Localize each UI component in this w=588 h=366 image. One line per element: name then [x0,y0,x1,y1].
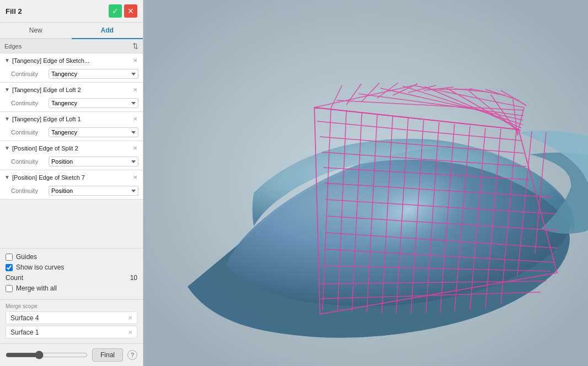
continuity-select-4[interactable]: Position Tangency Curvature [49,157,138,166]
options-section: Guides Show iso curves Count 10 Merge wi… [0,248,143,299]
show-iso-label[interactable]: Show iso curves [16,263,64,271]
sort-icon[interactable]: ⇅ [132,42,138,50]
edge-label-3: [Tangency] Edge of Loft 1 [12,116,130,122]
merge-scope-label: Merge scope [6,303,137,309]
guides-label[interactable]: Guides [16,253,37,261]
edge-close-4[interactable]: × [132,144,138,152]
continuity-label-4: Continuity [11,158,45,165]
continuity-label-2: Continuity [11,100,45,106]
continuity-select-5[interactable]: Position Tangency Curvature [49,186,138,196]
edge-item-5: ▼ [Position] Edge of Sketch 7 × Continui… [0,170,143,200]
edge-continuity-row-5: Continuity Position Tangency Curvature [0,184,143,199]
edge-continuity-row-2: Continuity Tangency Position Curvature [0,96,143,111]
panel-title: Fill 2 [6,7,22,15]
cancel-button[interactable]: ✕ [124,4,137,18]
merge-with-all-row: Merge with all [6,284,137,292]
tab-add[interactable]: Add [72,23,143,39]
edge-close-5[interactable]: × [132,173,138,181]
edges-section-header: Edges ⇅ [0,39,143,53]
count-value: 10 [130,274,137,282]
edge-continuity-row-4: Continuity Position Tangency Curvature [0,155,143,170]
edge-close-2[interactable]: × [132,85,138,94]
edge-item-2: ▼ [Tangency] Edge of Loft 2 × Continuity… [0,83,143,112]
merge-item-2-label: Surface 1 [10,329,39,336]
edge-chevron-1[interactable]: ▼ [4,57,10,63]
continuity-select-3[interactable]: Tangency Position Curvature [49,127,138,137]
slider-container [6,351,88,359]
edge-item-4: ▼ [Position] Edge of Split 2 × Continuit… [0,141,143,170]
edge-label-4: [Position] Edge of Split 2 [12,145,130,152]
continuity-label-3: Continuity [11,129,45,136]
edge-label-2: [Tangency] Edge of Loft 2 [12,87,130,93]
edge-continuity-row-1: Continuity Tangency Position Curvature [0,67,143,82]
final-button[interactable]: Final [92,348,123,362]
edge-chevron-3[interactable]: ▼ [4,116,10,122]
show-iso-row: Show iso curves [6,263,137,271]
help-icon[interactable]: ? [127,350,137,360]
edge-close-3[interactable]: × [132,115,138,123]
edge-row-5: ▼ [Position] Edge of Sketch 7 × [0,170,143,184]
edge-label-5: [Position] Edge of Sketch 7 [12,174,130,181]
guides-checkbox[interactable] [6,254,13,261]
merge-with-all-checkbox[interactable] [6,285,13,292]
panel-body: Edges ⇅ ▼ [Tangency] Edge of Sketch... ×… [0,39,143,248]
merge-scope-section: Merge scope Surface 4 × Surface 1 × [0,299,143,343]
edge-chevron-5[interactable]: ▼ [4,174,10,180]
merge-item-1: Surface 4 × [6,311,137,324]
merge-with-all-label[interactable]: Merge with all [16,284,57,292]
merge-item-2-close[interactable]: × [128,328,132,336]
merge-item-1-close[interactable]: × [128,314,132,322]
edge-continuity-row-3: Continuity Tangency Position Curvature [0,126,143,141]
edge-row-4: ▼ [Position] Edge of Split 2 × [0,141,143,155]
merge-item-1-label: Surface 4 [10,314,39,322]
edge-chevron-2[interactable]: ▼ [4,87,10,93]
count-row: Count 10 [6,274,137,282]
edge-label-1: [Tangency] Edge of Sketch... [12,57,130,64]
quality-slider[interactable] [6,351,88,359]
edge-row-3: ▼ [Tangency] Edge of Loft 1 × [0,112,143,126]
continuity-label-1: Continuity [11,71,45,77]
edge-row-1: ▼ [Tangency] Edge of Sketch... × [0,53,143,67]
continuity-select-1[interactable]: Tangency Position Curvature [49,69,138,79]
merge-item-2: Surface 1 × [6,326,137,338]
continuity-label-5: Continuity [11,187,45,194]
header-buttons: ✓ ✕ [109,4,137,18]
continuity-select-2[interactable]: Tangency Position Curvature [49,98,138,108]
show-iso-checkbox[interactable] [6,264,13,271]
count-label: Count [6,274,23,282]
tab-new[interactable]: New [0,23,72,39]
panel-header: Fill 2 ✓ ✕ [0,0,143,23]
edge-chevron-4[interactable]: ▼ [4,145,10,151]
3d-viewport-svg [143,0,588,366]
edge-item-3: ▼ [Tangency] Edge of Loft 1 × Continuity… [0,112,143,141]
main-view [143,0,588,366]
edge-close-1[interactable]: × [132,56,138,64]
tabs: New Add [0,23,143,39]
bottom-row: Final ? [0,343,143,366]
left-panel: Fill 2 ✓ ✕ New Add Edges ⇅ ▼ [Tangency] … [0,0,143,366]
guides-row: Guides [6,253,137,261]
edges-label: Edges [4,43,22,50]
edge-item-1: ▼ [Tangency] Edge of Sketch... × Continu… [0,53,143,83]
confirm-button[interactable]: ✓ [109,4,122,18]
edge-row-2: ▼ [Tangency] Edge of Loft 2 × [0,83,143,96]
